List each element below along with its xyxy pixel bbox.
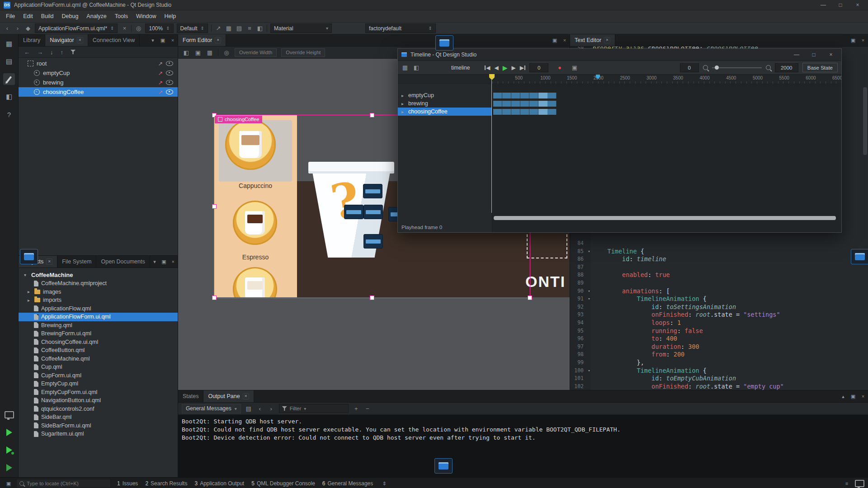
export-toggle-icon[interactable]: ↗ bbox=[158, 61, 163, 67]
selection-handle[interactable] bbox=[212, 296, 217, 300]
timeline-lane-brewing[interactable] bbox=[492, 99, 841, 108]
no-snapping-icon[interactable]: ◧ bbox=[183, 49, 190, 56]
timeline-track-emptycup[interactable]: ▸emptyCup bbox=[398, 91, 492, 99]
kit-monitor-icon[interactable] bbox=[3, 409, 15, 421]
show-bounds-icon[interactable]: ◎ bbox=[223, 49, 230, 56]
lines-icon[interactable]: ≡ bbox=[842, 481, 852, 486]
timeline-track-brewing[interactable]: ▸brewing bbox=[398, 99, 492, 108]
code-line-85[interactable]: 85▾ Timeline { bbox=[570, 248, 862, 256]
close-document-icon[interactable]: × bbox=[121, 25, 128, 32]
play-button[interactable]: ▶ bbox=[503, 64, 508, 71]
keyframe-bar[interactable] bbox=[493, 109, 557, 115]
visibility-eye-icon[interactable] bbox=[166, 89, 173, 94]
timeline-zoom-slider[interactable] bbox=[712, 67, 762, 68]
collapse-panel-icon[interactable]: ▴ bbox=[838, 390, 848, 402]
move-left-icon[interactable]: ← bbox=[24, 49, 30, 56]
to-end-button[interactable]: ▶ bbox=[520, 65, 525, 71]
list-view-icon[interactable]: ▤ bbox=[236, 25, 243, 32]
selection-handle[interactable] bbox=[528, 296, 532, 300]
spinner-icon[interactable]: ⇕ bbox=[201, 26, 204, 31]
code-line-95[interactable]: 95 running: false bbox=[570, 327, 862, 335]
split-panel-icon[interactable]: ▣ bbox=[848, 34, 858, 46]
mode-grid-icon[interactable]: ▦ bbox=[3, 38, 15, 50]
close-tab-icon[interactable]: × bbox=[46, 258, 52, 265]
build-run-button[interactable] bbox=[3, 462, 15, 474]
caret-right-icon[interactable]: ▸ bbox=[28, 298, 32, 303]
maximize-button[interactable]: □ bbox=[834, 2, 847, 8]
close-tab-icon[interactable]: × bbox=[604, 37, 610, 43]
bookmark-icon[interactable]: ◆ bbox=[24, 25, 32, 32]
code-line-102[interactable]: 102 onFinished: root.state = "empty cup" bbox=[570, 383, 862, 390]
status-button-application-output[interactable]: 3Application Output bbox=[191, 480, 248, 487]
design-mode-icon[interactable] bbox=[3, 73, 15, 85]
project-file-images[interactable]: ▸images bbox=[19, 288, 178, 296]
output-channel-selector[interactable]: General Messages ▾ bbox=[182, 404, 241, 413]
fold-marker-icon[interactable]: ▾ bbox=[585, 248, 593, 256]
caret-down-icon[interactable]: ▾ bbox=[24, 272, 28, 277]
navigator-tab-library[interactable]: Library bbox=[19, 34, 45, 46]
project-file-emptycup-qml[interactable]: EmptyCup.qml bbox=[19, 380, 178, 388]
current-frame-field[interactable]: 0 bbox=[529, 63, 548, 72]
status-button-general-messages[interactable]: 6General Messages bbox=[319, 480, 377, 487]
keyframe-bar[interactable] bbox=[493, 93, 557, 99]
run-button[interactable] bbox=[3, 427, 15, 438]
visibility-eye-icon[interactable] bbox=[166, 61, 173, 66]
close-tab-icon[interactable]: × bbox=[243, 393, 249, 399]
code-line-90[interactable]: 90▾ animations: [ bbox=[570, 287, 862, 296]
visibility-eye-icon[interactable] bbox=[166, 70, 173, 75]
navigator-item-brewing[interactable]: brewing↗ bbox=[19, 78, 178, 87]
next-frame-button[interactable]: ▶ bbox=[512, 65, 516, 71]
editor-scrollbar[interactable] bbox=[863, 87, 867, 155]
minimize-button[interactable]: — bbox=[790, 52, 803, 58]
form-editor-tab-form-editor[interactable]: Form Editor× bbox=[178, 34, 226, 46]
split-panel-icon[interactable]: ▣ bbox=[158, 34, 168, 46]
open-document-selector[interactable]: ApplicationFlowForm.ui.qml* ⇕ bbox=[35, 23, 118, 33]
output-tab-output-pane[interactable]: Output Pane× bbox=[203, 390, 254, 402]
zoom-in-icon[interactable] bbox=[766, 65, 771, 70]
spinner-icon[interactable]: ⇕ bbox=[110, 26, 114, 31]
project-file-applicationflowform-ui-qml[interactable]: ApplicationFlowForm.ui.qml bbox=[19, 313, 178, 321]
navigator-item-emptycup[interactable]: emptyCup↗ bbox=[19, 68, 178, 78]
code-line-84[interactable]: 84 bbox=[570, 239, 862, 248]
timeline-lane-choosingcoffee[interactable] bbox=[492, 108, 841, 116]
status-button-search-results[interactable]: 2Search Results bbox=[142, 480, 191, 487]
locator-input[interactable]: Type to locate (Ctrl+K) bbox=[16, 479, 111, 488]
tools-icon[interactable]: ◧ bbox=[3, 91, 15, 103]
record-button[interactable]: ● bbox=[558, 64, 561, 71]
close-tab-icon[interactable]: × bbox=[215, 37, 221, 43]
keyframe-bar[interactable] bbox=[493, 101, 557, 107]
code-line-98[interactable]: 98 from: 200 bbox=[570, 351, 862, 359]
to-start-button[interactable]: ◀ bbox=[485, 65, 490, 71]
welcome-icon[interactable]: ▤ bbox=[3, 56, 15, 67]
navigator-item-choosingcoffee[interactable]: choosingCoffee↗ bbox=[19, 87, 178, 97]
timeline-tools-icon[interactable]: ◧ bbox=[413, 64, 420, 71]
menu-window[interactable]: Window bbox=[132, 13, 160, 19]
close-panel-icon[interactable]: × bbox=[168, 34, 178, 46]
project-file-emptycupform-ui-qml[interactable]: EmptyCupForm.ui.qml bbox=[19, 388, 178, 397]
previous-frame-button[interactable]: ◀ bbox=[495, 65, 499, 71]
caret-right-icon[interactable]: ▸ bbox=[401, 101, 406, 106]
selection-handle[interactable] bbox=[370, 113, 374, 117]
output-filter-input[interactable]: Filter ▾ bbox=[279, 404, 349, 413]
loop-count-field[interactable]: 0 bbox=[680, 63, 699, 72]
close-button[interactable]: × bbox=[824, 52, 838, 58]
status-button-qml-debugger-console[interactable]: 5QML Debugger Console bbox=[248, 480, 319, 487]
code-line-97[interactable]: 97 duration: 300 bbox=[570, 343, 862, 351]
move-right-icon[interactable]: → bbox=[37, 49, 43, 56]
code-line-100[interactable]: 100▾ TimelineAnimation { bbox=[570, 367, 862, 375]
export-toggle-icon[interactable]: ↗ bbox=[158, 80, 163, 86]
snap-anchors-icon[interactable]: ▣ bbox=[194, 49, 202, 56]
project-file-brewing-qml[interactable]: Brewing.qml bbox=[19, 321, 178, 330]
code-line-88[interactable]: 88 enabled: true bbox=[570, 271, 862, 279]
project-file-cup-qml[interactable]: Cup.qml bbox=[19, 363, 178, 371]
output-console[interactable]: Boot2Qt: Starting QDB host server.Boot2Q… bbox=[178, 415, 868, 477]
spinner-icon[interactable]: ⇕ bbox=[429, 26, 432, 31]
caret-right-icon[interactable]: ▸ bbox=[28, 289, 32, 294]
project-file-qtquickcontrols2-conf[interactable]: qtquickcontrols2.conf bbox=[19, 405, 178, 413]
move-down-icon[interactable]: ↓ bbox=[50, 49, 53, 56]
caret-right-icon[interactable]: ▸ bbox=[401, 93, 406, 98]
snap-icon[interactable]: ≡ bbox=[246, 25, 253, 32]
screen-icon[interactable] bbox=[854, 480, 864, 487]
code-line-89[interactable]: 89 bbox=[570, 279, 862, 287]
project-file-navigationbutton-ui-qml[interactable]: NavigationButton.ui.qml bbox=[19, 396, 178, 405]
